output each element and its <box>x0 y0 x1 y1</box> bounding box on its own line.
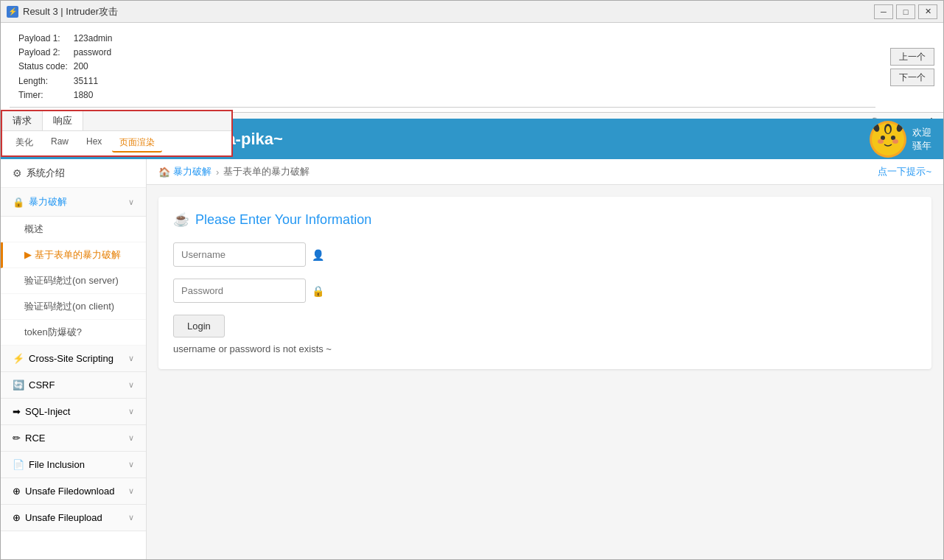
timer-value: 1880 <box>74 88 867 102</box>
chevron-right-icon-7: ∨ <box>128 513 134 522</box>
close-button[interactable]: ✕ <box>918 4 937 19</box>
pikachu-icon <box>872 123 904 155</box>
header-avatar <box>870 121 906 158</box>
status-label: Status code: <box>18 60 68 74</box>
password-group: 🔒 <box>173 279 917 303</box>
breadcrumb: 🏠 暴力破解 › 基于表单的暴力破解 点一下提示~ <box>147 159 943 185</box>
tabs-header: 请求 响应 <box>2 111 231 131</box>
tab-request[interactable]: 请求 <box>2 111 43 130</box>
sidebar-section-fileinclusion[interactable]: 📄 File Inclusion ∨ <box>1 452 146 478</box>
sidebar-sub-token[interactable]: token防爆破? <box>1 320 146 346</box>
chevron-right-icon-3: ∨ <box>128 407 134 416</box>
lock-input-icon: 🔒 <box>312 285 324 297</box>
length-label: Length: <box>18 74 68 88</box>
sqlinject-icon: ➡ <box>13 406 21 417</box>
sidebar: ⚙ 系统介绍 🔒 暴力破解 ∨ 概述 ▶基于表单的暴力破解 验证码绕过(on s… <box>1 159 147 559</box>
sub-tab-hex[interactable]: Hex <box>79 134 109 153</box>
payload1-value: 123admin <box>74 32 867 46</box>
sidebar-xss-label: Cross-Site Scripting <box>29 353 128 364</box>
sub-tab-pretty[interactable]: 美化 <box>8 134 41 153</box>
sidebar-sub-form-brute[interactable]: ▶基于表单的暴力破解 <box>1 242 146 268</box>
form-card: ☕ Please Enter Your Information 👤 🔒 Logi… <box>158 197 931 369</box>
username-input[interactable] <box>173 242 306 267</box>
chevron-right-icon-4: ∨ <box>128 433 134 443</box>
sidebar-fileinclusion-label: File Inclusion <box>29 459 128 470</box>
prev-button[interactable]: 上一个 <box>890 48 934 66</box>
sub-tabs: 美化 Raw Hex 页面渲染 <box>2 131 231 155</box>
csrf-icon: 🔄 <box>13 379 24 391</box>
sidebar-bruteforce-label: 暴力破解 <box>29 195 128 209</box>
payload2-label: Payload 2: <box>18 46 68 60</box>
gear-icon: ⚙ <box>13 167 22 179</box>
error-message: username or password is not exists ~ <box>173 343 917 354</box>
chevron-down-icon: ∨ <box>128 197 134 207</box>
sidebar-sub-captcha-client[interactable]: 验证码绕过(on client) <box>1 294 146 320</box>
coffee-icon: ☕ <box>173 211 189 228</box>
svg-point-6 <box>886 126 890 133</box>
breadcrumb-parent[interactable]: 暴力破解 <box>173 165 211 178</box>
chevron-right-icon-5: ∨ <box>128 460 134 469</box>
payload1-label: Payload 1: <box>18 32 68 46</box>
login-button[interactable]: Login <box>173 315 225 337</box>
sidebar-fileupload-label: Unsafe Fileupload <box>25 512 128 523</box>
card-title-text: Please Enter Your Information <box>195 212 371 228</box>
title-bar: ⚡ Result 3 | Intruder攻击 ─ □ ✕ <box>1 1 943 23</box>
window-icon: ⚡ <box>7 6 18 18</box>
sidebar-section-rce[interactable]: ✏ RCE ∨ <box>1 425 146 452</box>
rce-icon: ✏ <box>13 433 21 444</box>
sidebar-sqlinject-label: SQL-Inject <box>25 406 128 417</box>
password-input[interactable] <box>173 279 306 303</box>
content-area: 🏠 暴力破解 › 基于表单的暴力破解 点一下提示~ ☕ Please Enter… <box>147 159 943 559</box>
maximize-button[interactable]: □ <box>896 4 915 19</box>
svg-point-3 <box>878 139 884 144</box>
chevron-right-icon-6: ∨ <box>128 486 134 496</box>
user-icon: 👤 <box>312 249 324 261</box>
error-text: username or password is not exists ~ <box>173 343 332 354</box>
username-group: 👤 <box>173 242 917 267</box>
sidebar-section-csrf[interactable]: 🔄 CSRF ∨ <box>1 372 146 399</box>
timer-label: Timer: <box>18 88 68 102</box>
tabs-panel: 请求 响应 美化 Raw Hex 页面渲染 <box>1 110 233 157</box>
svg-point-4 <box>892 139 898 144</box>
sidebar-section-fileupload[interactable]: ⊕ Unsafe Fileupload ∨ <box>1 505 146 531</box>
arrow-right-icon: ▶ <box>24 249 32 260</box>
sidebar-section-filedownload[interactable]: ⊕ Unsafe Filedownload ∨ <box>1 478 146 505</box>
sidebar-section-sqlinject[interactable]: ➡ SQL-Inject ∨ <box>1 399 146 425</box>
sidebar-sub-overview[interactable]: 概述 <box>1 217 146 242</box>
card-title: ☕ Please Enter Your Information <box>173 211 917 228</box>
length-value: 35111 <box>74 74 867 88</box>
tab-response[interactable]: 响应 <box>43 111 83 130</box>
breadcrumb-separator: › <box>216 167 219 178</box>
sidebar-section-xss[interactable]: ⚡ Cross-Site Scripting ∨ <box>1 346 146 372</box>
fileinclusion-icon: 📄 <box>13 459 24 470</box>
sub-tab-raw[interactable]: Raw <box>43 134 76 153</box>
window-controls: ─ □ ✕ <box>874 4 937 19</box>
lock-icon: 🔒 <box>13 197 24 208</box>
sidebar-csrf-label: CSRF <box>29 379 128 391</box>
filedownload-icon: ⊕ <box>13 486 21 497</box>
sub-tab-render[interactable]: 页面渲染 <box>112 134 162 153</box>
status-value: 200 <box>74 60 867 74</box>
sidebar-filedownload-label: Unsafe Filedownload <box>25 486 128 497</box>
sidebar-section-bruteforce[interactable]: 🔒 暴力破解 ∨ <box>1 188 146 217</box>
fileupload-icon: ⊕ <box>13 512 21 523</box>
next-button[interactable]: 下一个 <box>890 69 934 86</box>
header-welcome: 欢迎 骚年 <box>912 126 931 153</box>
chevron-right-icon: ∨ <box>128 354 134 363</box>
payload2-value: password <box>74 46 867 60</box>
minimize-button[interactable]: ─ <box>874 4 893 19</box>
chevron-right-icon-2: ∨ <box>128 380 134 390</box>
window-title: Result 3 | Intruder攻击 <box>23 5 874 18</box>
breadcrumb-current: 基于表单的暴力破解 <box>223 165 310 178</box>
info-panel: Payload 1: 123admin Payload 2: password … <box>10 27 875 108</box>
home-icon: 🏠 <box>158 167 170 178</box>
sidebar-rce-label: RCE <box>25 433 128 444</box>
xss-icon: ⚡ <box>13 353 24 364</box>
sidebar-sub-captcha-server[interactable]: 验证码绕过(on server) <box>1 268 146 294</box>
sidebar-item-system[interactable]: ⚙ 系统介绍 <box>1 159 146 188</box>
breadcrumb-hint[interactable]: 点一下提示~ <box>878 165 931 178</box>
sidebar-system-label: 系统介绍 <box>27 167 134 180</box>
